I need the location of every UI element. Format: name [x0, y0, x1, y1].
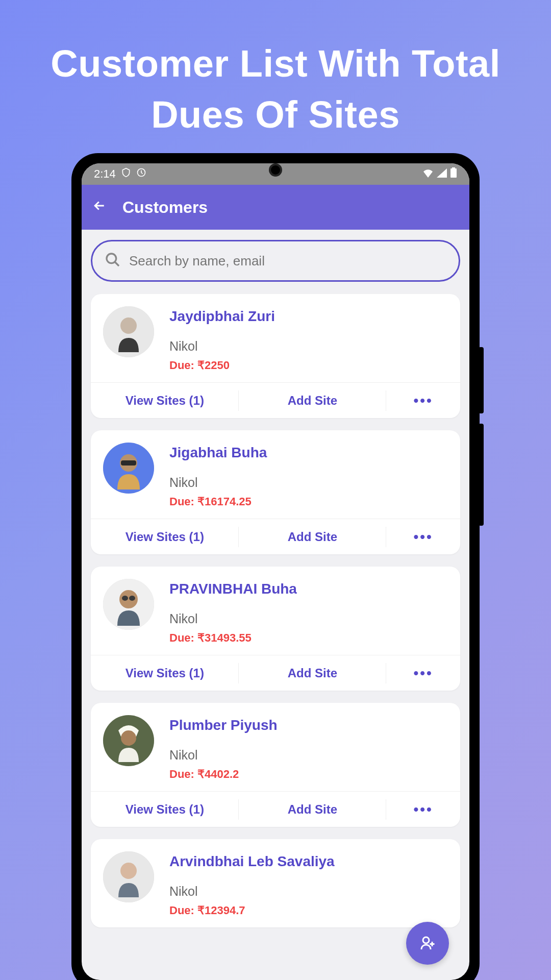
status-left: 2:14 [94, 167, 146, 181]
card-info: Jaydipbhai Zuri Nikol Due: ₹2250 [169, 306, 448, 372]
phone-frame: 2:14 [71, 153, 480, 980]
more-options-button[interactable]: ••• [386, 792, 460, 827]
customer-name[interactable]: Jaydipbhai Zuri [169, 308, 448, 325]
view-sites-button[interactable]: View Sites (1) [91, 383, 239, 418]
add-site-button[interactable]: Add Site [239, 519, 387, 554]
svg-point-11 [122, 596, 128, 601]
customer-name[interactable]: Plumber Piyush [169, 717, 448, 733]
customer-location: Nikol [169, 339, 448, 354]
svg-point-10 [119, 590, 138, 608]
card-top: Jaydipbhai Zuri Nikol Due: ₹2250 [91, 294, 460, 382]
battery-icon [450, 167, 457, 181]
card-info: PRAVINBHAI Buha Nikol Due: ₹31493.55 [169, 579, 448, 645]
card-info: Arvindbhai Leb Savaliya Nikol Due: ₹1239… [169, 851, 448, 917]
add-site-button[interactable]: Add Site [239, 655, 387, 691]
card-actions: View Sites (1) Add Site ••• [91, 791, 460, 827]
customer-due: Due: ₹16174.25 [169, 495, 448, 508]
avatar[interactable] [103, 306, 154, 357]
card-top: Arvindbhai Leb Savaliya Nikol Due: ₹1239… [91, 839, 460, 927]
card-actions: View Sites (1) Add Site ••• [91, 382, 460, 418]
customer-due: Due: ₹4402.2 [169, 768, 448, 781]
more-options-button[interactable]: ••• [386, 519, 460, 554]
add-customer-fab[interactable] [406, 922, 449, 965]
content-area: Jaydipbhai Zuri Nikol Due: ₹2250 View Si… [82, 230, 469, 980]
app-header: Customers [82, 185, 469, 230]
customer-due: Due: ₹31493.55 [169, 631, 448, 645]
more-options-button[interactable]: ••• [386, 383, 460, 418]
svg-point-12 [129, 596, 135, 601]
customer-name[interactable]: PRAVINBHAI Buha [169, 581, 448, 597]
svg-rect-8 [121, 460, 136, 465]
card-info: Plumber Piyush Nikol Due: ₹4402.2 [169, 715, 448, 781]
card-top: PRAVINBHAI Buha Nikol Due: ₹31493.55 [91, 567, 460, 655]
customer-location: Nikol [169, 475, 448, 490]
svg-rect-1 [452, 167, 455, 168]
svg-rect-2 [450, 168, 457, 178]
page-title: Customers [122, 198, 208, 217]
avatar[interactable] [103, 579, 154, 630]
clock-icon [136, 167, 146, 181]
customer-card: PRAVINBHAI Buha Nikol Due: ₹31493.55 Vie… [91, 567, 460, 691]
phone-screen: 2:14 [82, 163, 469, 980]
avatar[interactable] [103, 851, 154, 902]
card-actions: View Sites (1) Add Site ••• [91, 655, 460, 691]
customer-card: Jaydipbhai Zuri Nikol Due: ₹2250 View Si… [91, 294, 460, 418]
customer-card: Jigabhai Buha Nikol Due: ₹16174.25 View … [91, 430, 460, 554]
shield-icon [121, 167, 131, 181]
customer-due: Due: ₹12394.7 [169, 904, 448, 917]
search-icon [105, 252, 121, 270]
svg-point-17 [423, 937, 429, 943]
customer-location: Nikol [169, 611, 448, 626]
customer-location: Nikol [169, 884, 448, 899]
more-options-button[interactable]: ••• [386, 655, 460, 691]
customer-card: Plumber Piyush Nikol Due: ₹4402.2 View S… [91, 703, 460, 827]
svg-point-14 [121, 730, 136, 746]
card-info: Jigabhai Buha Nikol Due: ₹16174.25 [169, 443, 448, 508]
card-top: Plumber Piyush Nikol Due: ₹4402.2 [91, 703, 460, 791]
customer-due: Due: ₹2250 [169, 359, 448, 372]
card-actions: View Sites (1) Add Site ••• [91, 519, 460, 554]
card-top: Jigabhai Buha Nikol Due: ₹16174.25 [91, 430, 460, 519]
svg-point-16 [120, 863, 137, 879]
customer-name[interactable]: Arvindbhai Leb Savaliya [169, 853, 448, 870]
search-input[interactable] [129, 253, 446, 269]
view-sites-button[interactable]: View Sites (1) [91, 519, 239, 554]
customer-location: Nikol [169, 748, 448, 763]
customer-name[interactable]: Jigabhai Buha [169, 445, 448, 461]
promo-title: Customer List With Total Dues Of Sites [0, 0, 551, 161]
svg-point-5 [120, 317, 137, 334]
view-sites-button[interactable]: View Sites (1) [91, 792, 239, 827]
wifi-icon [422, 167, 434, 181]
avatar[interactable] [103, 715, 154, 766]
svg-point-3 [107, 254, 116, 263]
search-box[interactable] [91, 240, 460, 282]
phone-camera-notch [269, 163, 282, 177]
status-right [422, 167, 457, 181]
add-site-button[interactable]: Add Site [239, 792, 387, 827]
avatar[interactable] [103, 443, 154, 494]
phone-volume-button [479, 347, 484, 413]
back-arrow-icon[interactable] [92, 198, 107, 217]
status-time: 2:14 [94, 167, 116, 181]
add-site-button[interactable]: Add Site [239, 383, 387, 418]
customer-card: Arvindbhai Leb Savaliya Nikol Due: ₹1239… [91, 839, 460, 927]
view-sites-button[interactable]: View Sites (1) [91, 655, 239, 691]
signal-icon [437, 167, 447, 181]
phone-power-button [479, 424, 484, 526]
